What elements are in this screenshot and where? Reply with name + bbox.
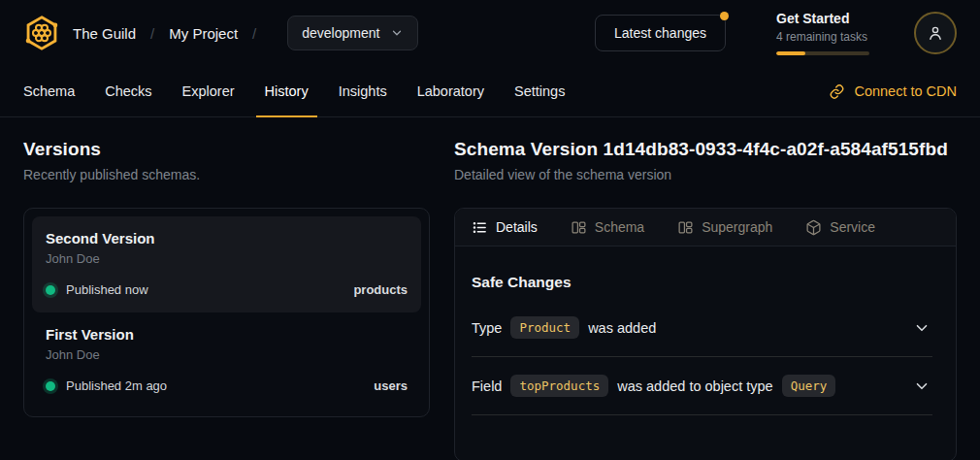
breadcrumb-org[interactable]: The Guild (73, 25, 136, 42)
tab-checks[interactable]: Checks (96, 66, 160, 116)
breadcrumb-separator: / (150, 25, 154, 42)
get-started-widget[interactable]: Get Started 4 remaining tasks (776, 11, 869, 55)
safe-changes-heading: Safe Changes (472, 274, 932, 291)
change-text: Type (472, 320, 502, 336)
chevron-down-icon (913, 378, 931, 395)
version-status: Published 2m ago (66, 378, 167, 393)
detail-tab-details[interactable]: Details (472, 219, 538, 236)
published-status-dot (46, 285, 55, 295)
detail-tab-label: Service (830, 219, 875, 235)
detail-tab-schema[interactable]: Schema (571, 219, 644, 236)
get-started-progress-fill (776, 51, 805, 55)
header-right-cluster: Latest changes Get Started 4 remaining t… (595, 11, 957, 55)
change-code-badge: topProducts (510, 375, 608, 397)
breadcrumb: The Guild / My Project / (73, 25, 271, 42)
change-row-field-added[interactable]: Field topProducts was added to object ty… (472, 357, 932, 415)
target-selector-dropdown[interactable]: development (287, 16, 418, 50)
detail-tab-bar: Details Schema Super (455, 209, 956, 246)
versions-panel: Versions Recently published schemas. Sec… (23, 139, 430, 460)
primary-tab-bar: Schema Checks Explorer History Insights … (0, 66, 980, 117)
change-code-badge: Product (510, 316, 579, 339)
version-author: John Doe (46, 347, 408, 362)
main-content: Versions Recently published schemas. Sec… (0, 117, 980, 460)
connect-to-cdn-label: Connect to CDN (854, 83, 957, 99)
latest-changes-button[interactable]: Latest changes (595, 15, 726, 51)
breadcrumb-project[interactable]: My Project (169, 25, 238, 42)
get-started-title: Get Started (776, 11, 869, 27)
latest-changes-label: Latest changes (614, 25, 706, 41)
chevron-down-icon (390, 26, 404, 40)
version-service-name: users (374, 378, 408, 393)
version-status: Published now (66, 282, 148, 297)
versions-subtitle: Recently published schemas. (23, 167, 430, 182)
version-author: John Doe (46, 251, 408, 266)
version-name: Second Version (46, 230, 408, 246)
version-list-item[interactable]: First Version John Doe Published 2m ago … (32, 312, 421, 409)
tab-history[interactable]: History (256, 66, 317, 116)
version-name: First Version (46, 326, 408, 343)
person-icon (926, 23, 945, 43)
tab-settings[interactable]: Settings (506, 66, 573, 116)
versions-title: Versions (23, 139, 430, 160)
get-started-progress-track (776, 51, 869, 55)
get-started-subtitle: 4 remaining tasks (776, 30, 869, 44)
tab-schema[interactable]: Schema (15, 66, 83, 116)
tab-insights[interactable]: Insights (330, 66, 396, 116)
detail-tab-label: Schema (595, 219, 644, 235)
schema-version-title: Schema Version 1d14db83-0933-4f4c-a02f-a… (454, 139, 957, 160)
detail-tab-label: Details (496, 219, 538, 235)
change-text: was added (588, 320, 656, 336)
columns-layout-icon (677, 219, 694, 236)
cube-icon (805, 219, 822, 236)
versions-list: Second Version John Doe Published now pr… (23, 208, 430, 417)
change-row-type-added[interactable]: Type Product was added (472, 299, 932, 357)
user-avatar[interactable] (914, 12, 957, 54)
detail-panel: Details Schema Super (454, 208, 957, 460)
notification-dot (720, 12, 729, 20)
list-icon (472, 219, 488, 236)
version-meta-row: Published now products (46, 282, 408, 297)
detail-tab-service[interactable]: Service (805, 219, 875, 236)
hive-logo-icon[interactable] (23, 15, 60, 51)
target-selector-value: development (302, 25, 379, 41)
change-text: was added to object type (617, 378, 772, 394)
tab-laboratory[interactable]: Laboratory (408, 66, 493, 116)
detail-tab-supergraph[interactable]: Supergraph (677, 219, 772, 236)
version-list-item[interactable]: Second Version John Doe Published now pr… (32, 216, 421, 312)
top-bar: The Guild / My Project / development Lat… (0, 0, 980, 66)
change-text: Field (472, 378, 502, 394)
tab-explorer[interactable]: Explorer (174, 66, 244, 116)
columns-layout-icon (571, 219, 587, 236)
detail-tab-label: Supergraph (702, 219, 772, 235)
link-icon (829, 83, 845, 100)
breadcrumb-separator: / (252, 25, 256, 42)
version-service-name: products (353, 282, 408, 297)
schema-version-detail: Schema Version 1d14db83-0933-4f4c-a02f-a… (454, 139, 957, 460)
connect-to-cdn-link[interactable]: Connect to CDN (820, 66, 965, 116)
change-code-badge: Query (782, 375, 836, 397)
version-meta-row: Published 2m ago users (46, 378, 408, 393)
schema-version-subtitle: Detailed view of the schema version (454, 167, 957, 182)
chevron-down-icon (913, 319, 931, 337)
detail-panel-body: Safe Changes Type Product was added Fiel… (455, 246, 956, 415)
published-status-dot (46, 381, 55, 391)
